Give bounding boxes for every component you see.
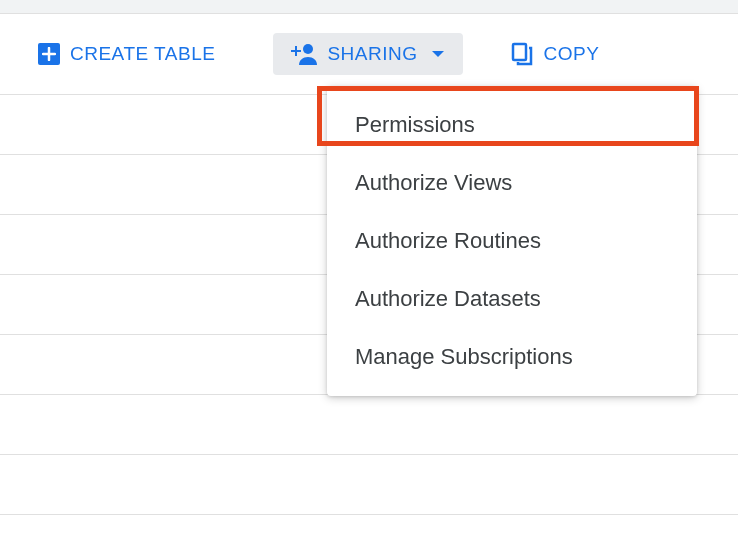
plus-icon: [38, 43, 60, 65]
person-add-icon: [291, 43, 317, 65]
sharing-button[interactable]: SHARING: [273, 33, 463, 75]
table-row: [0, 394, 738, 454]
menu-item-authorize-routines[interactable]: Authorize Routines: [327, 212, 697, 270]
menu-item-permissions[interactable]: Permissions: [327, 96, 697, 154]
sharing-label: SHARING: [327, 43, 417, 65]
top-bar: [0, 0, 738, 14]
menu-item-authorize-views[interactable]: Authorize Views: [327, 154, 697, 212]
menu-item-label: Authorize Datasets: [355, 286, 541, 311]
table-row: [0, 514, 738, 558]
svg-point-0: [303, 44, 313, 54]
menu-item-authorize-datasets[interactable]: Authorize Datasets: [327, 270, 697, 328]
menu-item-manage-subscriptions[interactable]: Manage Subscriptions: [327, 328, 697, 386]
copy-button[interactable]: COPY: [493, 32, 617, 76]
menu-item-label: Authorize Routines: [355, 228, 541, 253]
copy-label: COPY: [543, 43, 599, 65]
sharing-dropdown-menu: Permissions Authorize Views Authorize Ro…: [327, 86, 697, 396]
create-table-label: CREATE TABLE: [70, 43, 215, 65]
menu-item-label: Permissions: [355, 112, 475, 137]
create-table-button[interactable]: CREATE TABLE: [20, 33, 233, 75]
table-row: [0, 454, 738, 514]
svg-rect-1: [513, 44, 526, 60]
toolbar: CREATE TABLE SHARING COPY: [0, 14, 738, 94]
chevron-down-icon: [431, 50, 445, 58]
copy-icon: [511, 42, 533, 66]
menu-item-label: Authorize Views: [355, 170, 512, 195]
menu-item-label: Manage Subscriptions: [355, 344, 573, 369]
